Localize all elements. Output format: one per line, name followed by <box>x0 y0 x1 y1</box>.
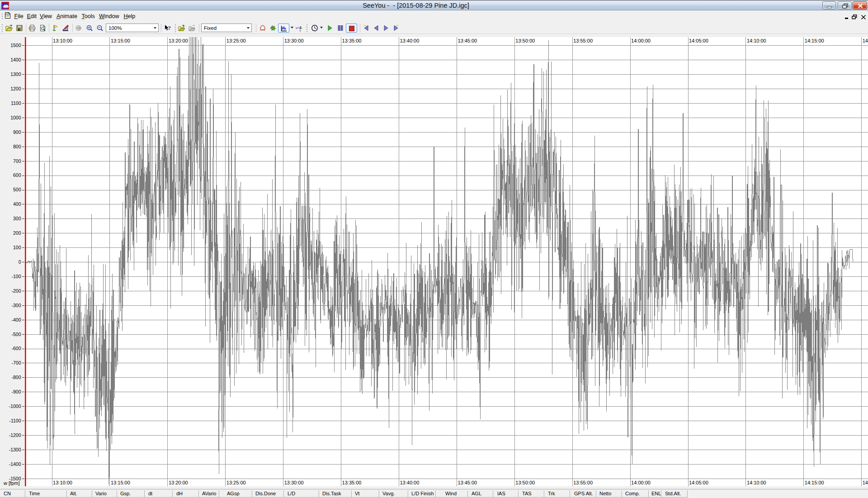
svg-text:13:25:00: 13:25:00 <box>226 38 246 43</box>
svg-text:-800: -800 <box>11 375 21 380</box>
svg-text:14:20:00: 14:20:00 <box>863 480 868 485</box>
svg-text:s: s <box>300 25 302 28</box>
svg-text:0: 0 <box>19 259 21 265</box>
svg-text:?: ? <box>168 24 171 31</box>
svg-text:w [fpm]: w [fpm] <box>3 480 19 486</box>
svg-text:200: 200 <box>13 230 21 236</box>
svg-text:13:55:00: 13:55:00 <box>573 480 593 485</box>
svg-text:13:10:00: 13:10:00 <box>53 480 72 485</box>
svg-text:13:55:00: 13:55:00 <box>573 38 593 43</box>
svg-text:700: 700 <box>13 158 21 164</box>
svg-text:14:00:00: 14:00:00 <box>631 38 651 43</box>
svg-text:1300: 1300 <box>10 71 21 77</box>
svg-text:600: 600 <box>13 172 21 178</box>
svg-text:1400: 1400 <box>10 57 21 62</box>
svg-text:14:05:00: 14:05:00 <box>689 480 708 485</box>
svg-text:13:45:00: 13:45:00 <box>458 38 477 43</box>
svg-text:-700: -700 <box>11 360 21 365</box>
svg-text:13:35:00: 13:35:00 <box>342 480 362 485</box>
svg-text:14:20:00: 14:20:00 <box>863 38 868 43</box>
svg-text:-600: -600 <box>11 346 21 351</box>
svg-text:t: t <box>300 29 301 32</box>
svg-text:300: 300 <box>13 216 21 221</box>
svg-text:13:35:00: 13:35:00 <box>342 38 362 43</box>
svg-text:13:30:00: 13:30:00 <box>284 480 304 485</box>
svg-text:14:15:00: 14:15:00 <box>805 38 824 43</box>
svg-text:13:15:00: 13:15:00 <box>111 38 130 43</box>
svg-text:13:40:00: 13:40:00 <box>400 38 420 43</box>
svg-text:-1100: -1100 <box>9 418 21 423</box>
svg-text:13:10:00: 13:10:00 <box>53 38 72 43</box>
svg-text:14:10:00: 14:10:00 <box>747 38 766 43</box>
svg-text:100: 100 <box>13 245 21 250</box>
svg-text:-1200: -1200 <box>9 432 21 438</box>
svg-text:14:10:00: 14:10:00 <box>747 480 766 485</box>
svg-text:1500: 1500 <box>10 43 21 48</box>
svg-text:v=: v= <box>296 26 300 30</box>
svg-text:14:15:00: 14:15:00 <box>805 480 824 485</box>
svg-text:-300: -300 <box>11 303 21 308</box>
svg-text:13:25:00: 13:25:00 <box>226 480 246 485</box>
svg-text:13:30:00: 13:30:00 <box>284 38 304 43</box>
svg-text:-100: -100 <box>11 274 21 279</box>
svg-text:-1000: -1000 <box>9 403 21 409</box>
svg-text:-400: -400 <box>11 317 21 323</box>
svg-text:1000: 1000 <box>10 115 21 120</box>
svg-text:500: 500 <box>13 187 21 192</box>
svg-text:-1300: -1300 <box>9 447 21 452</box>
svg-text:13:40:00: 13:40:00 <box>400 480 420 485</box>
svg-text:1100: 1100 <box>11 100 21 106</box>
svg-text:14:05:00: 14:05:00 <box>689 38 708 43</box>
svg-text:900: 900 <box>13 129 21 135</box>
svg-text:13:50:00: 13:50:00 <box>515 480 535 485</box>
svg-text:800: 800 <box>13 144 21 149</box>
svg-text:14:00:00: 14:00:00 <box>631 480 651 485</box>
svg-text:13:50:00: 13:50:00 <box>515 38 535 43</box>
svg-text:1200: 1200 <box>10 86 21 91</box>
svg-text:13:45:00: 13:45:00 <box>458 480 477 485</box>
svg-text:-200: -200 <box>11 288 21 294</box>
svg-text:13:15:00: 13:15:00 <box>111 480 130 485</box>
svg-text:-900: -900 <box>11 389 21 394</box>
svg-text:13:20:00: 13:20:00 <box>169 38 188 43</box>
svg-text:13:20:00: 13:20:00 <box>169 480 188 485</box>
svg-text:-500: -500 <box>11 332 21 337</box>
svg-text:-1400: -1400 <box>9 461 21 467</box>
svg-text:400: 400 <box>13 201 21 207</box>
